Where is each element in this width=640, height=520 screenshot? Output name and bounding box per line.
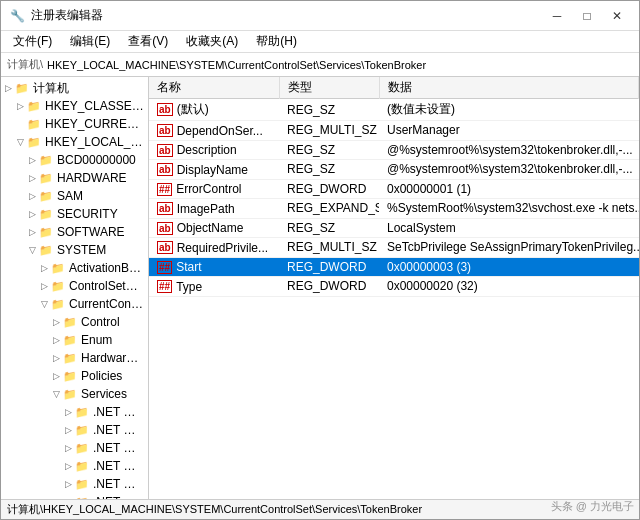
tree-item[interactable]: ▷📁.NET Data Pr	[1, 457, 148, 475]
folder-icon: 📁	[63, 388, 79, 401]
cell-name: ab DependOnSer...	[149, 121, 279, 141]
tree-item[interactable]: ▷📁SECURITY	[1, 205, 148, 223]
tree-expand-icon[interactable]: ▽	[25, 245, 39, 255]
tree-panel[interactable]: ▷📁计算机▷📁HKEY_CLASSES_ROOT📁HKEY_CURRENT_US…	[1, 77, 149, 499]
reg-sz-icon: ab	[157, 202, 173, 215]
tree-item-label: ControlSet001	[69, 279, 144, 293]
tree-item[interactable]: ▷📁Hardware Profil	[1, 349, 148, 367]
tree-item[interactable]: ▷📁SAM	[1, 187, 148, 205]
tree-item-label: ActivationBroker	[69, 261, 144, 275]
tree-expand-icon[interactable]: ▷	[37, 263, 51, 273]
menu-item[interactable]: 文件(F)	[5, 31, 60, 52]
tree-expand-icon[interactable]: ▷	[13, 101, 27, 111]
col-header-type[interactable]: 类型	[279, 77, 379, 99]
tree-expand-icon[interactable]: ▷	[25, 227, 39, 237]
table-row[interactable]: ab ObjectNameREG_SZLocalSystem	[149, 218, 639, 238]
title-bar: 🔧 注册表编辑器 ─ □ ✕	[1, 1, 639, 31]
col-header-data[interactable]: 数据	[379, 77, 639, 99]
tree-item[interactable]: ▷📁ControlSet001	[1, 277, 148, 295]
tree-item-label: BCD00000000	[57, 153, 136, 167]
tree-expand-icon[interactable]: ▷	[49, 371, 63, 381]
maximize-button[interactable]: □	[573, 5, 601, 27]
tree-item-label: CurrentControlSet	[69, 297, 144, 311]
cell-data: LocalSystem	[379, 218, 639, 238]
tree-item-label: SECURITY	[57, 207, 118, 221]
tree-item[interactable]: ▷📁HARDWARE	[1, 169, 148, 187]
tree-item[interactable]: ▷📁Control	[1, 313, 148, 331]
tree-expand-icon[interactable]: ▽	[13, 137, 27, 147]
tree-expand-icon[interactable]: ▷	[25, 173, 39, 183]
folder-icon: 📁	[15, 82, 31, 95]
table-row[interactable]: ## StartREG_DWORD0x00000003 (3)	[149, 257, 639, 277]
status-bar: 计算机\HKEY_LOCAL_MACHINE\SYSTEM\CurrentCon…	[1, 499, 639, 519]
tree-expand-icon[interactable]: ▷	[49, 353, 63, 363]
tree-item[interactable]: ▷📁SOFTWARE	[1, 223, 148, 241]
tree-expand-icon[interactable]: ▽	[37, 299, 51, 309]
tree-expand-icon[interactable]: ▷	[25, 209, 39, 219]
cell-data: 0x00000020 (32)	[379, 277, 639, 297]
reg-sz-icon: ab	[157, 241, 173, 254]
tree-expand-icon[interactable]: ▷	[25, 191, 39, 201]
tree-item[interactable]: ▷📁HKEY_CLASSES_ROOT	[1, 97, 148, 115]
reg-dword-icon: ##	[157, 280, 172, 293]
tree-item[interactable]: ▷📁.NET CLR Ne	[1, 421, 148, 439]
tree-expand-icon[interactable]: ▷	[61, 443, 75, 453]
reg-sz-icon: ab	[157, 103, 173, 116]
tree-item-label: .NET Data Pr	[93, 459, 144, 473]
reg-dword-icon: ##	[157, 261, 172, 274]
tree-item[interactable]: ▷📁.NET Data Pr	[1, 475, 148, 493]
minimize-button[interactable]: ─	[543, 5, 571, 27]
folder-icon: 📁	[39, 244, 55, 257]
table-row[interactable]: ab ImagePathREG_EXPAND_SZ%SystemRoot%\sy…	[149, 199, 639, 219]
table-row[interactable]: ab DescriptionREG_SZ@%systemroot%\system…	[149, 140, 639, 160]
tree-item-label: HKEY_CURRENT_USER	[45, 117, 144, 131]
window-title: 注册表编辑器	[31, 7, 103, 24]
menu-item[interactable]: 帮助(H)	[248, 31, 305, 52]
tree-expand-icon[interactable]: ▽	[49, 389, 63, 399]
cell-type: REG_SZ	[279, 140, 379, 160]
table-row[interactable]: ab RequiredPrivile...REG_MULTI_SZSeTcbPr…	[149, 238, 639, 258]
tree-expand-icon[interactable]: ▷	[49, 317, 63, 327]
cell-type: REG_EXPAND_SZ	[279, 199, 379, 219]
tree-expand-icon[interactable]: ▷	[49, 335, 63, 345]
col-header-name[interactable]: 名称	[149, 77, 279, 99]
folder-icon: 📁	[75, 442, 91, 455]
registry-table: 名称 类型 数据 ab (默认)REG_SZ(数值未设置)ab DependOn…	[149, 77, 639, 297]
tree-item[interactable]: ▽📁CurrentControlSet	[1, 295, 148, 313]
tree-expand-icon[interactable]: ▷	[61, 461, 75, 471]
menu-item[interactable]: 收藏夹(A)	[178, 31, 246, 52]
registry-editor-window: 🔧 注册表编辑器 ─ □ ✕ 文件(F)编辑(E)查看(V)收藏夹(A)帮助(H…	[0, 0, 640, 520]
tree-expand-icon[interactable]: ▷	[61, 425, 75, 435]
tree-expand-icon[interactable]: ▷	[25, 155, 39, 165]
title-buttons: ─ □ ✕	[543, 5, 631, 27]
tree-item[interactable]: ▷📁Policies	[1, 367, 148, 385]
tree-item-label: Enum	[81, 333, 112, 347]
tree-item[interactable]: ▷📁.NET CLR Dat	[1, 403, 148, 421]
tree-item[interactable]: ▽📁Services	[1, 385, 148, 403]
tree-item[interactable]: ▷📁ActivationBroker	[1, 259, 148, 277]
tree-item[interactable]: ▷📁计算机	[1, 79, 148, 97]
tree-expand-icon[interactable]: ▷	[37, 281, 51, 291]
table-row[interactable]: ## TypeREG_DWORD0x00000020 (32)	[149, 277, 639, 297]
tree-item[interactable]: 📁HKEY_CURRENT_USER	[1, 115, 148, 133]
tree-expand-icon[interactable]: ▷	[61, 479, 75, 489]
table-row[interactable]: ab DependOnSer...REG_MULTI_SZUserManager	[149, 121, 639, 141]
tree-item[interactable]: ▷📁BCD00000000	[1, 151, 148, 169]
table-row[interactable]: ab DisplayNameREG_SZ@%systemroot%\system…	[149, 160, 639, 180]
reg-sz-icon: ab	[157, 124, 173, 137]
cell-data: @%systemroot%\system32\tokenbroker.dll,-…	[379, 140, 639, 160]
table-row[interactable]: ab (默认)REG_SZ(数值未设置)	[149, 99, 639, 121]
close-button[interactable]: ✕	[603, 5, 631, 27]
menu-item[interactable]: 编辑(E)	[62, 31, 118, 52]
tree-item[interactable]: ▷📁.NET CLR Ne	[1, 439, 148, 457]
menu-item[interactable]: 查看(V)	[120, 31, 176, 52]
values-panel[interactable]: 名称 类型 数据 ab (默认)REG_SZ(数值未设置)ab DependOn…	[149, 77, 639, 499]
tree-expand-icon[interactable]: ▷	[61, 407, 75, 417]
cell-data: @%systemroot%\system32\tokenbroker.dll,-…	[379, 160, 639, 180]
tree-expand-icon[interactable]: ▷	[1, 83, 15, 93]
tree-item[interactable]: ▽📁HKEY_LOCAL_MACHINE	[1, 133, 148, 151]
cell-name: ## Start	[149, 257, 279, 277]
tree-item[interactable]: ▽📁SYSTEM	[1, 241, 148, 259]
table-row[interactable]: ## ErrorControlREG_DWORD0x00000001 (1)	[149, 179, 639, 199]
tree-item[interactable]: ▷📁Enum	[1, 331, 148, 349]
